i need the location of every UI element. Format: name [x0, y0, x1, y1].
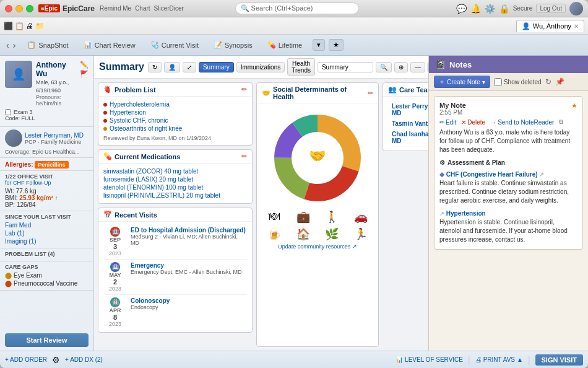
edit-meds-icon[interactable]: ✏	[241, 152, 247, 160]
settings-icon[interactable]: ⚙️	[485, 4, 495, 14]
visit-title-1[interactable]: ED to Hospital Admission (Discharged)	[131, 227, 247, 234]
level-of-service-button[interactable]: 📊 LEVEL OF SERVICE	[396, 356, 463, 363]
recent-visits-header: 📅 Recent Visits	[98, 208, 252, 222]
pin-notes-icon[interactable]: 📌	[555, 77, 564, 86]
tab-chart-review[interactable]: 📊 Chart Review	[77, 38, 142, 52]
tab-lifetime[interactable]: 💊 Lifetime	[261, 38, 309, 52]
remind-me-btn[interactable]: Remind Me	[100, 5, 131, 12]
refresh-btn[interactable]: ↻	[148, 62, 162, 72]
summary-sub-tab[interactable]: Summary	[199, 62, 234, 72]
care-team-row-1: Lester Perryman, MD PCP - Family Medicin…	[389, 102, 428, 118]
allergies-section: Allergies: Penicillins	[0, 158, 93, 171]
visit-sub-3: Endoscopy	[131, 304, 247, 310]
minus-btn[interactable]: —	[410, 62, 425, 72]
search-btn[interactable]: 🔍	[376, 62, 392, 72]
med-simvastatin[interactable]: simvastatin (ZOCOR) 40 mg tablet	[103, 167, 247, 175]
add-order-settings-icon[interactable]: ⚙	[52, 355, 60, 365]
refresh-notes-icon[interactable]: ↻	[545, 77, 551, 86]
pin-nav-button[interactable]: ★	[329, 39, 344, 51]
sidebar-imaging[interactable]: Imaging (1)	[5, 237, 89, 245]
problem-hypercholesterolemia[interactable]: Hypercholesterolemia	[103, 100, 247, 108]
visit-sep-2023: 🏥 SEP 3 2023 ED to Hospital Admission (D…	[103, 224, 247, 260]
visit-icon-3: 🏥	[110, 297, 120, 307]
delete-note-button[interactable]: ✕ Delete	[461, 118, 485, 126]
close-button[interactable]	[5, 5, 12, 12]
navigation-bar: ‹ › 📋 SnapShot 📊 Chart Review 🩺 Current …	[0, 35, 588, 56]
more-tabs-button[interactable]: ▾	[313, 39, 325, 51]
person-btn[interactable]: 👤	[164, 62, 180, 72]
share-btn[interactable]: ⤢	[183, 62, 196, 72]
add-dx-button[interactable]: + ADD DX (2)	[65, 356, 103, 363]
sidebar-lab[interactable]: Lab (1)	[5, 229, 89, 237]
calendar-icon: 📅	[103, 211, 112, 219]
exam-checkbox[interactable]	[5, 109, 11, 115]
health-trends-sub-tab[interactable]: Health Trends	[287, 58, 315, 76]
edit-note-button[interactable]: ✏ Edit	[439, 118, 456, 126]
filter-btn[interactable]: ⊕	[394, 62, 408, 72]
med-furosemide[interactable]: furosemide (LASIX) 20 mg tablet	[103, 175, 247, 183]
pcp-type: PCP - Family Medicine	[25, 139, 84, 145]
print-avs-button[interactable]: 🖨 PRINT AVS ▲	[475, 356, 523, 363]
add-order-button[interactable]: + ADD ORDER	[5, 356, 47, 363]
lock-icon[interactable]: 🔒	[499, 4, 509, 14]
problem-hypertension[interactable]: Hypertension	[103, 108, 247, 116]
problem-osteoarthritis[interactable]: Osteoarthritis of right knee	[103, 125, 247, 133]
tab-snapshot[interactable]: 📋 SnapShot	[20, 38, 75, 52]
edit-sdh-icon[interactable]: ✏	[368, 89, 373, 97]
global-search[interactable]: 🔍 Search (Ctrl+Space)	[235, 2, 359, 14]
tab-close-button[interactable]: ✕	[574, 23, 579, 30]
slicerdicer-btn[interactable]: SlicerDicer	[154, 5, 184, 12]
med-atenolol[interactable]: atenolol (TENORMIN) 100 mg tablet	[103, 183, 247, 191]
send-note-button[interactable]: → Send to NoteReader	[490, 118, 554, 126]
pcp-name[interactable]: Lester Perryman, MD	[25, 132, 84, 139]
create-note-button[interactable]: ＋ Create Note ▾	[434, 76, 490, 88]
bell-icon[interactable]: 🔔	[470, 4, 481, 14]
patient-tab[interactable]: 👤 Wu, Anthony ✕	[516, 20, 584, 32]
care-team-name-2[interactable]: Tasmin Vantress	[389, 119, 428, 128]
sidebar-fam-med[interactable]: Fam Med	[5, 221, 89, 229]
hypertension-condition-title[interactable]: ↗ Hypertension	[439, 210, 577, 217]
summary-search-input[interactable]	[318, 62, 373, 72]
chart-btn[interactable]: Chart	[135, 5, 150, 12]
toolbar-icon-1[interactable]: ⬛	[4, 22, 13, 30]
toolbar-icon-4[interactable]: 📁	[35, 22, 45, 30]
care-team-name-1[interactable]: Lester Perryman, MD	[389, 102, 428, 118]
titlebar: ≡Epic EpicCare Remind Me Chart SlicerDic…	[0, 0, 588, 17]
visit-reason[interactable]: for CHF Follow-Up	[5, 180, 89, 186]
toolbar-icon-2[interactable]: 📋	[15, 22, 24, 30]
med-lisinopril[interactable]: lisinopril (PRINIVIL,ZESTRIL) 20 mg tabl…	[103, 191, 247, 199]
sdh-icon-house: 🏠	[291, 227, 316, 241]
send-icon: →	[490, 119, 496, 126]
sign-visit-button[interactable]: SIGN VISIT	[535, 354, 583, 366]
assessment-title: ⚙ Assessment & Plan	[439, 159, 577, 166]
chf-condition-title[interactable]: ◆ CHF (Congestive Heart Failure) ↗	[439, 171, 577, 178]
problem-list-header: 🫀 Problem List ✏	[98, 83, 252, 97]
visit-title-3[interactable]: Colonoscopy	[131, 297, 247, 304]
copy-note-icon[interactable]: ⧉	[559, 118, 563, 126]
notification-icon[interactable]: 💬	[456, 4, 467, 14]
minimize-button[interactable]	[15, 5, 23, 12]
edit-problems-icon[interactable]: ✏	[241, 85, 247, 94]
edit-patient-icon[interactable]: ✏️	[80, 61, 89, 69]
update-resources-link[interactable]: Update community resources ↗	[275, 241, 360, 252]
start-review-button[interactable]: Start Review	[5, 333, 89, 347]
problem-chf[interactable]: Systolic CHF, chronic	[103, 116, 247, 125]
tab-synopsis[interactable]: 📝 Synopsis	[207, 38, 259, 52]
logout-button[interactable]: Log Out	[536, 4, 566, 13]
care-team-table: Lester Perryman, MD PCP - Family Medicin…	[388, 100, 428, 147]
visit-icon-1: 🏥	[110, 227, 120, 237]
problem-list-card: 🫀 Problem List ✏ Hypercholesterolemia	[98, 82, 253, 146]
care-team-name-3[interactable]: Chad Isanhart, MD	[389, 129, 428, 146]
dropdown-arrow-icon: ▾	[482, 79, 485, 85]
maximize-button[interactable]	[26, 5, 33, 12]
visit-title-2[interactable]: Emergency	[131, 262, 247, 269]
immunizations-sub-tab[interactable]: Immunizations	[236, 62, 285, 72]
toolbar-icon-3[interactable]: 🖨	[26, 22, 33, 30]
forward-button[interactable]: ›	[12, 39, 17, 51]
note-favorite-icon[interactable]: ★	[571, 102, 577, 110]
show-deleted-checkbox[interactable]	[494, 78, 502, 86]
flag-icon[interactable]: 🚩	[80, 70, 89, 78]
back-button[interactable]: ‹	[5, 39, 11, 51]
current-visit-icon: 🩺	[150, 41, 159, 49]
tab-current-visit[interactable]: 🩺 Current Visit	[144, 38, 205, 52]
